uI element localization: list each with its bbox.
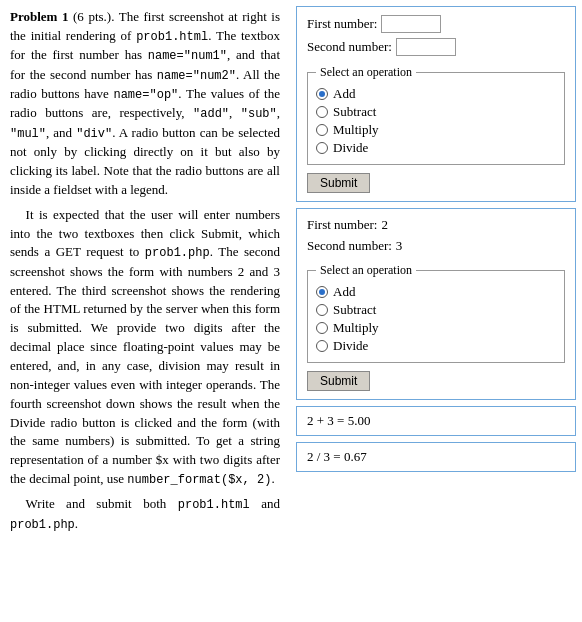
second-number-input-1[interactable] bbox=[396, 38, 456, 56]
radio-row-divide-1[interactable]: Divide bbox=[316, 140, 556, 156]
radio-add-2[interactable] bbox=[316, 286, 328, 298]
radio-multiply-1[interactable] bbox=[316, 124, 328, 136]
radio-row-subtract-1[interactable]: Subtract bbox=[316, 104, 556, 120]
radio-divide-2[interactable] bbox=[316, 340, 328, 352]
left-column: Problem 1 (6 pts.). The first screenshot… bbox=[0, 0, 290, 622]
result-box-1: 2 + 3 = 5.00 bbox=[296, 406, 576, 436]
radio-label-divide-1: Divide bbox=[333, 140, 368, 156]
first-number-value-2: 2 bbox=[381, 217, 388, 233]
second-number-row-2: Second number: 3 bbox=[307, 238, 565, 254]
radio-subtract-2[interactable] bbox=[316, 304, 328, 316]
radio-label-subtract-1: Subtract bbox=[333, 104, 376, 120]
radio-divide-1[interactable] bbox=[316, 142, 328, 154]
radio-label-subtract-2: Subtract bbox=[333, 302, 376, 318]
second-number-label-1: Second number: bbox=[307, 39, 392, 55]
second-number-value-2: 3 bbox=[396, 238, 403, 254]
radio-label-divide-2: Divide bbox=[333, 338, 368, 354]
problem-title: Problem 1 bbox=[10, 9, 68, 24]
radio-row-add-2[interactable]: Add bbox=[316, 284, 556, 300]
screenshot-1: First number: Second number: Select an o… bbox=[296, 6, 576, 202]
result-text-2: 2 / 3 = 0.67 bbox=[307, 449, 367, 464]
first-number-input-1[interactable] bbox=[381, 15, 441, 33]
radio-row-subtract-2[interactable]: Subtract bbox=[316, 302, 556, 318]
operation-fieldset-1: Select an operation Add Subtract Multipl… bbox=[307, 65, 565, 165]
radio-subtract-1[interactable] bbox=[316, 106, 328, 118]
first-number-row-1: First number: bbox=[307, 15, 565, 33]
radio-label-add-1: Add bbox=[333, 86, 355, 102]
first-number-row-2: First number: 2 bbox=[307, 217, 565, 233]
second-number-row-1: Second number: bbox=[307, 38, 565, 56]
radio-label-multiply-1: Multiply bbox=[333, 122, 379, 138]
radio-label-add-2: Add bbox=[333, 284, 355, 300]
radio-row-multiply-2[interactable]: Multiply bbox=[316, 320, 556, 336]
submit-row-2: Submit bbox=[307, 363, 565, 391]
submit-row-1: Submit bbox=[307, 165, 565, 193]
submit-button-2[interactable]: Submit bbox=[307, 371, 370, 391]
radio-row-multiply-1[interactable]: Multiply bbox=[316, 122, 556, 138]
screenshot-2: First number: 2 Second number: 3 Select … bbox=[296, 208, 576, 400]
radio-multiply-2[interactable] bbox=[316, 322, 328, 334]
operation-legend-1: Select an operation bbox=[316, 65, 416, 80]
first-number-label-2: First number: bbox=[307, 217, 377, 233]
result-text-1: 2 + 3 = 5.00 bbox=[307, 413, 370, 428]
right-column: First number: Second number: Select an o… bbox=[290, 0, 582, 622]
radio-label-multiply-2: Multiply bbox=[333, 320, 379, 336]
radio-add-1[interactable] bbox=[316, 88, 328, 100]
second-number-label-2: Second number: bbox=[307, 238, 392, 254]
radio-row-divide-2[interactable]: Divide bbox=[316, 338, 556, 354]
first-number-label-1: First number: bbox=[307, 16, 377, 32]
paragraph3-text: Write and submit both prob1.html and pro… bbox=[10, 496, 280, 530]
submit-button-1[interactable]: Submit bbox=[307, 173, 370, 193]
operation-legend-2: Select an operation bbox=[316, 263, 416, 278]
result-box-2: 2 / 3 = 0.67 bbox=[296, 442, 576, 472]
problem-pts: (6 pts.). bbox=[73, 9, 114, 24]
paragraph2-text: It is expected that the user will enter … bbox=[10, 207, 280, 486]
operation-fieldset-2: Select an operation Add Subtract Multipl… bbox=[307, 263, 565, 363]
radio-row-add-1[interactable]: Add bbox=[316, 86, 556, 102]
paragraph1-text: The first screenshot at right is the ini… bbox=[10, 9, 280, 197]
